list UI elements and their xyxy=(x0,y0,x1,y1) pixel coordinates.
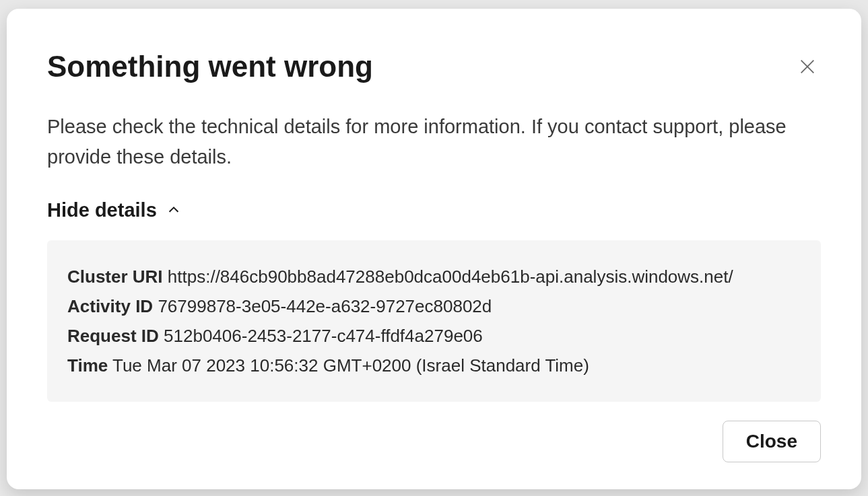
detail-value: 512b0406-2453-2177-c474-ffdf4a279e06 xyxy=(164,326,483,346)
modal-title: Something went wrong xyxy=(47,49,373,85)
chevron-up-icon xyxy=(166,203,181,217)
modal-footer: Close xyxy=(47,421,821,462)
modal-description: Please check the technical details for m… xyxy=(47,112,821,172)
detail-cluster-uri: Cluster URI https://846cb90bb8ad47288eb0… xyxy=(67,262,801,291)
detail-time: Time Tue Mar 07 2023 10:56:32 GMT+0200 (… xyxy=(67,351,801,380)
detail-label: Cluster URI xyxy=(67,267,163,287)
detail-label: Request ID xyxy=(67,326,159,346)
detail-value: https://846cb90bb8ad47288eb0dca00d4eb61b… xyxy=(168,267,733,287)
hide-details-toggle[interactable]: Hide details xyxy=(47,199,181,221)
detail-label: Activity ID xyxy=(67,296,153,316)
modal-header: Something went wrong xyxy=(47,49,821,85)
close-button[interactable]: Close xyxy=(723,421,821,462)
detail-activity-id: Activity ID 76799878-3e05-442e-a632-9727… xyxy=(67,291,801,321)
close-icon-button[interactable] xyxy=(794,53,821,80)
details-panel: Cluster URI https://846cb90bb8ad47288eb0… xyxy=(47,240,821,402)
detail-value: 76799878-3e05-442e-a632-9727ec80802d xyxy=(158,296,492,316)
detail-value: Tue Mar 07 2023 10:56:32 GMT+0200 (Israe… xyxy=(112,355,589,376)
close-icon xyxy=(798,57,817,76)
detail-request-id: Request ID 512b0406-2453-2177-c474-ffdf4… xyxy=(67,321,801,351)
error-modal: Something went wrong Please check the te… xyxy=(7,9,861,489)
detail-label: Time xyxy=(67,355,108,376)
toggle-label: Hide details xyxy=(47,199,157,221)
